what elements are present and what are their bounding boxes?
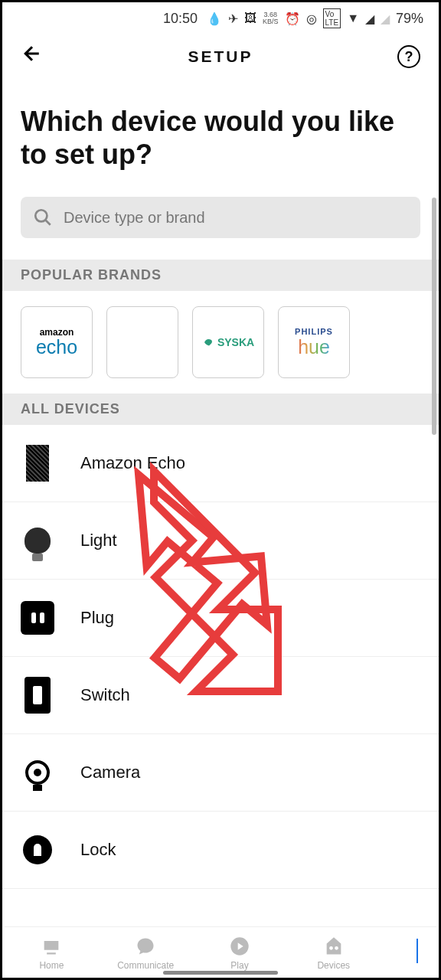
nav-home[interactable]: Home: [17, 935, 86, 971]
light-icon: [21, 524, 54, 557]
battery-percent: 79%: [396, 11, 423, 27]
devices-icon: [322, 935, 345, 958]
plug-icon: [21, 601, 54, 635]
lock-icon: [21, 833, 54, 867]
nav-play[interactable]: Play: [205, 935, 274, 971]
search-icon: [33, 207, 53, 227]
home-indicator[interactable]: [163, 971, 278, 975]
back-button[interactable]: [21, 42, 44, 71]
device-light[interactable]: Light: [2, 502, 439, 580]
setup-question: Which device would you like to set up?: [2, 82, 439, 197]
scroll-indicator[interactable]: [432, 198, 436, 435]
alarm-icon: ⏰: [285, 11, 300, 26]
volte-icon: VoLTE: [323, 8, 341, 28]
svg-line-1: [45, 220, 51, 226]
svg-point-6: [335, 946, 338, 950]
svg-point-0: [35, 211, 47, 222]
search-input[interactable]: [64, 209, 408, 227]
search-box[interactable]: [21, 197, 420, 238]
hotspot-icon: ◎: [306, 11, 317, 26]
signal-icon-2: ◢: [381, 11, 390, 26]
status-time: 10:50: [163, 11, 198, 27]
nav-more[interactable]: [394, 935, 424, 971]
help-button[interactable]: ?: [397, 45, 420, 68]
drop-icon: 💧: [207, 11, 222, 26]
nav-devices[interactable]: Devices: [299, 935, 368, 971]
play-icon: [228, 935, 251, 958]
device-amazon-echo[interactable]: Amazon Echo: [2, 425, 439, 502]
device-switch[interactable]: Switch: [2, 657, 439, 734]
status-bar: 10:50 💧 ✈ 🖼 3.68KB/S ⏰ ◎ VoLTE ▼ ◢ ◢ 79%: [2, 2, 439, 34]
app-header: SETUP ?: [2, 34, 439, 82]
brand-amazon-echo[interactable]: amazon echo: [21, 306, 93, 378]
svg-point-5: [329, 946, 333, 950]
page-title: SETUP: [188, 47, 253, 66]
signal-icon: ◢: [365, 11, 374, 26]
brand-blank[interactable]: [106, 306, 178, 378]
brand-syska[interactable]: SYSKA: [192, 306, 264, 378]
camera-icon: [21, 756, 54, 789]
all-devices-header: ALL DEVICES: [2, 394, 439, 425]
data-speed: 3.68KB/S: [263, 11, 279, 25]
bottom-nav: Home Communicate Play Devices: [5, 926, 436, 975]
image-icon: 🖼: [244, 11, 256, 25]
brand-philips-hue[interactable]: PHILIPS hue: [278, 306, 350, 378]
brands-row: amazon echo SYSKA PHILIPS hue: [2, 291, 439, 394]
device-plug[interactable]: Plug: [2, 580, 439, 657]
communicate-icon: [134, 935, 157, 958]
wifi-icon: ▼: [347, 11, 359, 25]
home-icon: [40, 935, 63, 958]
nav-communicate[interactable]: Communicate: [111, 935, 180, 971]
device-list: Amazon Echo Light Plug Switch Camera Loc…: [2, 425, 439, 889]
switch-icon: [21, 678, 54, 712]
device-camera[interactable]: Camera: [2, 734, 439, 812]
send-icon: ✈: [228, 11, 238, 26]
popular-brands-header: POPULAR BRANDS: [2, 260, 439, 291]
device-lock[interactable]: Lock: [2, 812, 439, 889]
echo-icon: [21, 446, 54, 480]
